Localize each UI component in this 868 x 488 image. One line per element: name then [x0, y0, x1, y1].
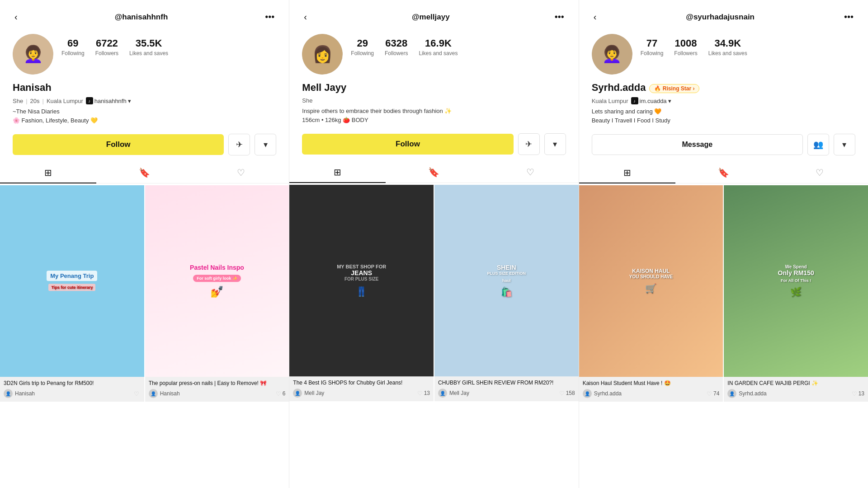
post-card[interactable]: SHEIN PLUS SIZE EDITION haul 🛍️ CHUBBY G…	[434, 185, 579, 402]
post-author: 👤 Mell Jay	[293, 389, 324, 398]
panel-hanisah: ‹ @hanisahhnfh ••• 👩‍🦱 69 Following 6722…	[0, 0, 289, 488]
profile-name: Syrhd.adda	[592, 82, 646, 94]
stats-row: 77 Following 1008 Followers 34.9K Likes …	[641, 34, 855, 56]
stat-number: 6722	[96, 38, 118, 49]
tab-liked-tab[interactable]: ♡	[772, 163, 868, 183]
heart-icon: ♡	[559, 390, 565, 397]
post-footer: 👤 Mell Jay ♡ 158	[434, 388, 579, 401]
post-card[interactable]: My Penang Trip Tips for cute itinerary 3…	[0, 185, 144, 402]
posts-grid: KAISON HAUL YOU SHOULD HAVE 🛒 Kaison Hau…	[579, 183, 868, 402]
follow-button[interactable]: Follow	[13, 134, 224, 155]
post-card[interactable]: Pastel Nails Inspo For soft girly look ✨…	[145, 185, 289, 402]
back-button[interactable]: ‹	[302, 10, 309, 24]
post-thumbnail: My Penang Trip Tips for cute itinerary	[0, 185, 144, 377]
profile-bio: Lets sharing and caring 🧡Beauty I Travel…	[592, 107, 855, 125]
post-card[interactable]: We Spend Only RM150 For All Of This ! 🌿 …	[724, 185, 868, 402]
post-author: 👤 Mell Jay	[438, 389, 469, 398]
post-thumbnail: KAISON HAUL YOU SHOULD HAVE 🛒	[579, 185, 723, 377]
dropdown-button[interactable]: ▾	[544, 133, 566, 155]
tab-saved-tab[interactable]: 🔖	[386, 162, 482, 183]
stat-item-0: 69 Following	[61, 38, 85, 56]
profile-section: 👩 29 Following 6328 Followers 16.9K Like…	[289, 28, 578, 78]
tab-grid-tab[interactable]: ⊞	[289, 162, 386, 183]
dropdown-button[interactable]: ▾	[834, 134, 855, 155]
follow-button[interactable]: Follow	[302, 134, 513, 155]
profile-info: Hanisah She | 20s | Kuala Lumpur ♪ hanis…	[0, 78, 289, 127]
stat-number: 29	[357, 38, 368, 49]
stat-number: 34.9K	[714, 38, 741, 49]
stat-item-0: 77 Following	[641, 38, 664, 56]
heart-icon: ♡	[707, 390, 712, 397]
more-button[interactable]: •••	[842, 10, 855, 24]
back-button[interactable]: ‹	[592, 10, 599, 24]
tiktok-icon: ♪	[631, 97, 638, 104]
stat-label: Following	[351, 50, 374, 56]
post-card[interactable]: MY BEST SHOP FOR JEANS FOR PLUS SIZE 👖 T…	[289, 185, 434, 402]
author-avatar: 👤	[438, 389, 447, 398]
panel-header: ‹ @syurhadajusnain •••	[579, 0, 868, 28]
stat-number: 1008	[675, 38, 697, 49]
stats-row: 29 Following 6328 Followers 16.9K Likes …	[351, 34, 566, 56]
heart-icon: ♡	[134, 390, 139, 397]
tiktok-link[interactable]: ♪ hanisahhnfh ▾	[86, 97, 131, 104]
post-author: 👤 Syrhd.adda	[727, 389, 766, 398]
profile-name-row: Syrhd.adda 🔥 Rising Star ›	[592, 82, 855, 95]
tab-grid-tab[interactable]: ⊞	[579, 163, 675, 183]
stat-item-0: 29 Following	[351, 38, 374, 56]
stat-item-2: 16.9K Likes and saves	[419, 38, 458, 56]
stat-label: Likes and saves	[129, 50, 168, 56]
profile-section: 👩‍🦱 69 Following 6722 Followers 35.5K Li…	[0, 28, 289, 78]
tab-saved-tab[interactable]: 🔖	[675, 163, 772, 183]
tab-liked-tab[interactable]: ♡	[193, 163, 289, 183]
post-thumbnail: MY BEST SHOP FOR JEANS FOR PLUS SIZE 👖	[289, 185, 434, 377]
panel-header: ‹ @hanisahhnfh •••	[0, 0, 289, 28]
avatar: 👩‍🦱	[13, 34, 53, 75]
stat-label: Likes and saves	[419, 50, 458, 56]
stat-number: 6328	[385, 38, 407, 49]
profile-bio: Inspire others to embrace their bodies t…	[302, 107, 566, 124]
profile-bio: ~The Nisa Diaries🌸 Fashion, Lifestyle, B…	[13, 107, 276, 125]
author-name: Syrhd.adda	[594, 390, 622, 397]
post-card[interactable]: KAISON HAUL YOU SHOULD HAVE 🛒 Kaison Hau…	[579, 185, 723, 402]
stat-item-2: 34.9K Likes and saves	[708, 38, 747, 56]
tab-grid-tab[interactable]: ⊞	[0, 163, 96, 183]
author-name: Mell Jay	[304, 390, 324, 396]
back-button[interactable]: ‹	[13, 10, 19, 24]
profile-section: 👩‍🦱 77 Following 1008 Followers 34.9K Li…	[579, 28, 868, 78]
stat-label: Followers	[674, 50, 697, 56]
stat-label: Following	[61, 50, 85, 56]
author-avatar: 👤	[583, 389, 592, 398]
profile-name: Hanisah	[13, 82, 52, 94]
post-footer: 👤 Hanisah ♡	[0, 388, 144, 402]
tab-liked-tab[interactable]: ♡	[482, 162, 579, 183]
heart-icon: ♡	[276, 390, 281, 397]
send-button[interactable]: ✈	[228, 134, 250, 155]
header-username: @syurhadajusnain	[598, 13, 842, 22]
dropdown-button[interactable]: ▾	[255, 134, 276, 155]
more-button[interactable]: •••	[553, 10, 566, 24]
profile-info: Mell Jayy She Inspire others to embrace …	[289, 78, 578, 127]
header-username: @melljayy	[309, 13, 553, 22]
profile-name-row: Mell Jayy	[302, 82, 566, 95]
stat-label: Followers	[385, 50, 408, 56]
panel-header: ‹ @melljayy •••	[289, 0, 578, 28]
post-author: 👤 Syrhd.adda	[583, 389, 622, 398]
tabs-row: ⊞ 🔖 ♡	[289, 162, 578, 183]
send-button[interactable]: ✈	[518, 133, 540, 155]
tiktok-link[interactable]: ♪ im.cuadda ▾	[631, 97, 672, 104]
more-button[interactable]: •••	[263, 10, 276, 24]
author-avatar: 👤	[727, 389, 736, 398]
panel-melljayy: ‹ @melljayy ••• 👩 29 Following 6328 Foll…	[289, 0, 579, 488]
author-avatar: 👤	[149, 389, 158, 398]
tab-saved-tab[interactable]: 🔖	[96, 163, 193, 183]
author-avatar: 👤	[293, 389, 302, 398]
stat-number: 77	[646, 38, 657, 49]
post-author: 👤 Hanisah	[4, 389, 35, 398]
message-button[interactable]: Message	[592, 134, 803, 155]
profile-name: Mell Jayy	[302, 82, 346, 94]
profile-name-row: Hanisah	[13, 82, 276, 95]
likes-count: 13	[424, 390, 430, 396]
add-friend-button[interactable]: 👥	[807, 134, 829, 155]
post-title: The popular press-on nails | Easy to Rem…	[145, 377, 289, 388]
author-name: Hanisah	[160, 390, 180, 397]
